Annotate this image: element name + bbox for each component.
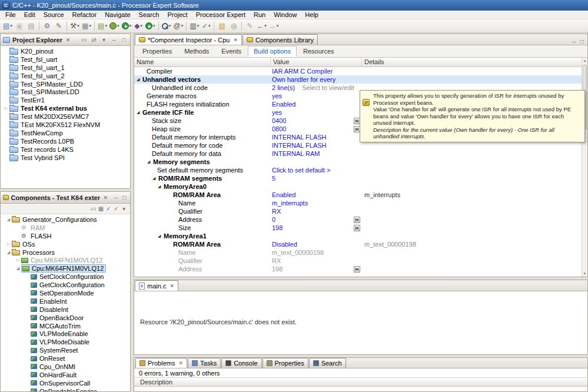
expander-icon[interactable]: ◢ — [137, 110, 142, 115]
project-item[interactable]: Test_fsl_uart_2 — [1, 72, 130, 80]
component-group[interactable]: ◢Generator_Configurations — [1, 215, 130, 224]
project-item[interactable]: Test_SPIMasterLDD — [1, 88, 130, 96]
hex-toggle-button[interactable]: H — [354, 217, 360, 223]
property-row[interactable]: Default memory for codeINTERNAL FLASH — [134, 141, 587, 150]
property-row[interactable]: QualifierRX — [134, 257, 587, 265]
cpu-component-item[interactable]: ▷Cpu:MK64FN1M0VLQ12 — [1, 256, 130, 264]
expander-icon[interactable]: ▷ — [3, 106, 9, 111]
view-tab-console[interactable]: Console — [221, 358, 261, 368]
menu-window[interactable]: Window — [270, 11, 301, 18]
new-wizard-button[interactable]: ▤▾ — [2, 20, 14, 32]
cpu-method-item[interactable]: VLPModeDisable — [1, 338, 130, 346]
property-value[interactable]: RX — [271, 208, 362, 215]
close-icon[interactable]: ✕ — [178, 360, 183, 366]
collapse-all-icon[interactable]: ▭ — [80, 37, 88, 43]
hex-toggle-button[interactable]: H — [354, 266, 360, 273]
expander-icon[interactable]: ◢ — [158, 234, 164, 238]
inspector-tab-resources[interactable]: Resources — [297, 46, 340, 57]
editor-tab[interactable]: Components Library — [242, 34, 318, 45]
property-value[interactable]: 198H — [271, 265, 362, 273]
scroll-down-icon[interactable]: ▼ — [582, 272, 587, 275]
minimize-icon[interactable]: – — [110, 37, 118, 43]
cpu-method-item[interactable]: OnReset — [1, 354, 130, 363]
project-item[interactable]: Test_fsl_uart_1 — [1, 64, 130, 72]
property-value[interactable]: 2 line(s)Select to view/edit — [271, 84, 362, 91]
property-value[interactable]: Disabled — [271, 241, 362, 248]
property-value[interactable]: Click to set default > — [271, 167, 362, 174]
scroll-up-icon[interactable]: ▲ — [582, 59, 587, 62]
property-value[interactable]: yes — [271, 92, 362, 99]
view-tab-problems[interactable]: Problems✕ — [135, 358, 187, 368]
column-header-description[interactable]: Description — [134, 377, 587, 387]
menu-help[interactable]: Help — [301, 11, 323, 18]
open-folder-button[interactable]: ▧ — [216, 20, 228, 32]
maximize-icon[interactable]: □ — [120, 37, 128, 43]
expander-icon[interactable]: ▷ — [5, 242, 12, 247]
maximize-icon[interactable]: □ — [121, 195, 128, 201]
project-item[interactable]: Test_fsl_uart — [1, 55, 130, 64]
generator-config-item[interactable]: ⚙RAM — [1, 224, 130, 232]
editor-tab-main-c[interactable]: main.c ✕ — [135, 280, 178, 291]
column-header-name[interactable]: Name — [134, 58, 271, 67]
expander-icon[interactable]: ◢ — [158, 184, 164, 189]
cpu-method-item[interactable]: SystemReset — [1, 346, 130, 354]
property-row[interactable]: QualifierRX — [134, 207, 587, 215]
property-value[interactable]: m_text_00000198 — [271, 249, 362, 256]
property-row[interactable]: Address198H — [134, 265, 587, 273]
expander-icon[interactable]: ◢ — [137, 77, 142, 82]
close-icon[interactable]: ✕ — [66, 37, 71, 43]
cpu-method-item[interactable]: GetClockConfiguration — [1, 281, 130, 289]
generator-config-item[interactable]: ⚙FLASH — [1, 232, 130, 240]
project-item[interactable]: Test records L4KS — [1, 145, 130, 154]
debug-button[interactable]: ▾ — [108, 20, 121, 32]
collapse-all-icon[interactable]: ▭ — [89, 206, 97, 212]
component-group[interactable]: ◢Processors — [1, 248, 130, 257]
expander-icon[interactable]: ◢ — [15, 266, 21, 271]
property-value[interactable]: Enabled — [271, 101, 362, 108]
property-row[interactable]: ROM/RAM AreaDisabledm_text_00000198 — [134, 240, 587, 248]
property-row[interactable]: Namem_text_00000198 — [134, 248, 587, 257]
menu-navigate[interactable]: Navigate — [101, 11, 134, 18]
cpu-method-item[interactable]: SetOperationMode — [1, 289, 130, 297]
project-item[interactable]: TestErr1 — [1, 96, 130, 104]
project-item[interactable]: K20_pinout — [1, 47, 130, 55]
expander-icon[interactable]: ◢ — [5, 217, 12, 222]
open-console-button[interactable]: ▥▾ — [188, 20, 200, 32]
edit-component-button[interactable]: ✎ — [53, 20, 65, 32]
column-header-details[interactable]: Details — [362, 58, 587, 67]
back-button[interactable]: ←▾ — [255, 20, 268, 32]
link-with-editor-icon[interactable]: ⇄ — [90, 37, 98, 43]
property-value[interactable]: Own handler for every — [271, 76, 362, 83]
property-value[interactable]: 198H — [271, 224, 362, 231]
editor-content[interactable]: Resource '/K20_pinout/Sources/main.c' do… — [134, 291, 587, 354]
inspector-tab-properties[interactable]: Properties — [137, 46, 178, 57]
minimize-icon[interactable]: – — [570, 39, 578, 45]
property-row[interactable]: Set default memory segmentsClick to set … — [134, 166, 587, 174]
close-icon[interactable]: ✕ — [233, 37, 238, 43]
profile-button[interactable]: ◆▾ — [132, 20, 144, 32]
property-value[interactable]: yes — [271, 109, 362, 116]
menu-search[interactable]: Search — [135, 11, 164, 18]
view-menu-icon[interactable]: ▾ — [100, 37, 108, 43]
cpu-method-item[interactable]: OnSupervisorCall — [1, 379, 130, 387]
column-header-value[interactable]: Value — [271, 58, 362, 67]
project-item[interactable]: ▷Test K64 external bus — [1, 104, 130, 112]
inspector-tab-events[interactable]: Events — [215, 46, 247, 57]
expander-icon[interactable]: ◢ — [5, 250, 12, 255]
property-value[interactable]: INTERNAL FLASH — [271, 134, 362, 141]
show-categories-icon[interactable]: ▦ — [97, 206, 105, 212]
inspector-tab-build-options[interactable]: Build options — [248, 46, 297, 57]
save-button[interactable]: ▣ — [14, 20, 25, 32]
cpu-component-item[interactable]: ◢Cpu:MK64FN1M0VLQ12 — [1, 264, 130, 273]
forward-button[interactable]: →▾ — [268, 20, 280, 32]
property-value[interactable]: 0800H — [271, 125, 362, 132]
property-value[interactable]: INTERNAL RAM — [271, 150, 362, 157]
editor-tab[interactable]: *Component Inspector - Cpu✕ — [135, 34, 242, 45]
new-cpp-wizard-button[interactable]: ▤▾ — [97, 20, 108, 32]
close-icon[interactable]: ✕ — [170, 283, 174, 289]
maximize-icon[interactable]: □ — [578, 39, 586, 45]
filter-ok-icon[interactable]: ✓ — [105, 206, 112, 212]
property-value[interactable]: INTERNAL FLASH — [271, 142, 362, 149]
project-item[interactable]: Test MK20DX256VMC7 — [1, 112, 130, 121]
menu-project[interactable]: Project — [163, 11, 191, 18]
